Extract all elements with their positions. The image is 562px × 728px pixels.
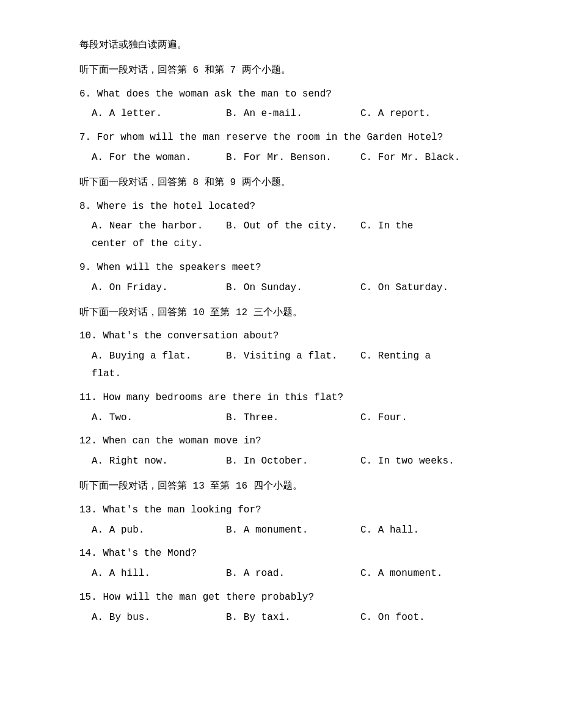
question-9: 9. When will the speakers meet?: [79, 259, 489, 277]
option-8c-cont: center of the city.: [92, 235, 489, 253]
options-15: A. By bus. B. By taxi. C. On foot.: [92, 609, 489, 627]
option-12a: A. Right now.: [92, 453, 226, 470]
option-8a: A. Near the harbor.: [92, 217, 226, 235]
options-7: A. For the woman. B. For Mr. Benson. C. …: [92, 149, 489, 167]
question-12: 12. When can the woman move in?: [79, 432, 489, 450]
options-14: A. A hill. B. A road. C. A monument.: [92, 565, 489, 583]
options-9: A. On Friday. B. On Sunday. C. On Saturd…: [92, 279, 489, 297]
question-14: 14. What's the Mond?: [79, 545, 489, 562]
option-12b: B. In October.: [226, 453, 360, 470]
option-13c: C. A hall.: [360, 522, 419, 539]
options-12: A. Right now. B. In October. C. In two w…: [92, 453, 489, 470]
option-7a: A. For the woman.: [92, 149, 226, 167]
option-14b: B. A road.: [226, 565, 360, 583]
option-6b: B. An e-mail.: [226, 105, 360, 123]
intro-line1: 每段对话或独白读两遍。: [79, 37, 489, 54]
options-8: A. Near the harbor. B. Out of the city. …: [92, 217, 489, 253]
option-14a: A. A hill.: [92, 565, 226, 583]
options-10: A. Buying a flat. B. Visiting a flat. C.…: [92, 348, 489, 383]
option-12c: C. In two weeks.: [360, 453, 454, 470]
option-13b: B. A monument.: [226, 522, 360, 539]
option-9c: C. On Saturday.: [360, 279, 448, 297]
option-7b: B. For Mr. Benson.: [226, 149, 360, 167]
section2-header: 听下面一段对话，回答第 8 和第 9 两个小题。: [79, 174, 489, 192]
option-11c: C. Four.: [360, 409, 407, 427]
option-10c: C. Renting a: [360, 348, 431, 365]
section4-header: 听下面一段对话，回答第 13 至第 16 四个小题。: [79, 478, 489, 495]
option-7c: C. For Mr. Black.: [360, 149, 460, 167]
option-6c: C. A report.: [360, 105, 431, 123]
question-15: 15. How will the man get there probably?: [79, 589, 489, 606]
options-13: A. A pub. B. A monument. C. A hall.: [92, 522, 489, 539]
option-10a: A. Buying a flat.: [92, 348, 226, 365]
options-11: A. Two. B. Three. C. Four.: [92, 409, 489, 427]
question-7: 7. For whom will the man reserve the roo…: [79, 129, 489, 147]
options-6: A. A letter. B. An e-mail. C. A report.: [92, 105, 489, 123]
option-13a: A. A pub.: [92, 522, 226, 539]
option-14c: C. A monument.: [360, 565, 442, 583]
question-11: 11. How many bedrooms are there in this …: [79, 389, 489, 407]
question-10: 10. What's the conversation about?: [79, 327, 489, 345]
section3-header: 听下面一段对话，回答第 10 至第 12 三个小题。: [79, 304, 489, 322]
option-15b: B. By taxi.: [226, 609, 360, 627]
option-8b: B. Out of the city.: [226, 217, 360, 235]
option-9b: B. On Sunday.: [226, 279, 360, 297]
option-9a: A. On Friday.: [92, 279, 226, 297]
question-6: 6. What does the woman ask the man to se…: [79, 86, 489, 103]
option-15a: A. By bus.: [92, 609, 226, 627]
option-8c: C. In the: [360, 217, 413, 235]
option-11a: A. Two.: [92, 409, 226, 427]
option-15c: C. On foot.: [360, 609, 425, 627]
option-11b: B. Three.: [226, 409, 360, 427]
option-10b: B. Visiting a flat.: [226, 348, 360, 365]
option-10c-cont: flat.: [92, 365, 489, 383]
question-8: 8. Where is the hotel located?: [79, 198, 489, 216]
option-6a: A. A letter.: [92, 105, 226, 123]
section1-header: 听下面一段对话，回答第 6 和第 7 两个小题。: [79, 62, 489, 79]
question-13: 13. What's the man looking for?: [79, 501, 489, 519]
